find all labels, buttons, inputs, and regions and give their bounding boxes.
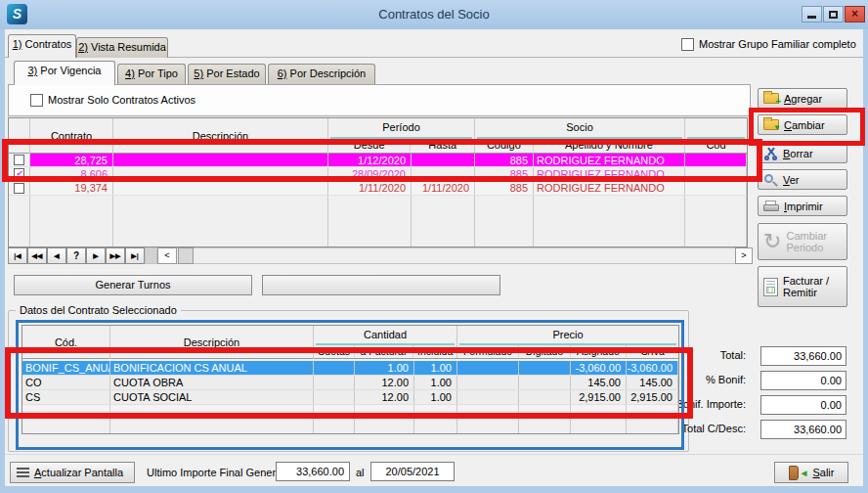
imprimir-button[interactable]: Imprimir (758, 196, 847, 216)
scroll-right-button[interactable]: > (735, 247, 753, 264)
cell-asignado: 2,915.00 (571, 390, 627, 404)
actualizar-pantalla-label: Actualizar Pantalla (34, 467, 123, 478)
row-checkbox[interactable]: ✔ (9, 154, 30, 166)
minimize-icon (807, 16, 816, 19)
row-checkbox[interactable] (9, 181, 30, 195)
cell-incluida: 1.00 (414, 376, 457, 389)
tab-por-descripcion-label: 6) Por Descripción (269, 67, 374, 79)
checkbox-icon (30, 94, 43, 107)
nav-prev-button[interactable]: ◀ (47, 247, 66, 264)
header-descripcion: Descripción (110, 326, 314, 359)
header-contrato: Contrato (30, 118, 113, 154)
cell-descripcion (113, 154, 328, 166)
actualizar-pantalla-button[interactable]: Actualizar Pantalla (10, 462, 135, 483)
cell-digitado (519, 376, 571, 389)
nav-help-button[interactable]: ? (66, 247, 86, 264)
tab-por-vigencia[interactable]: 3) Por Vigencia (14, 61, 115, 85)
nav-next-button[interactable]: ▶ (86, 247, 106, 264)
folder-plus-icon: + (763, 93, 779, 104)
maximize-button[interactable] (823, 6, 844, 22)
blank-button[interactable] (262, 275, 500, 295)
cell-desde: 1/11/2020 (328, 181, 412, 195)
cell-contrato: 28,725 (30, 154, 113, 166)
exit-door-icon (789, 466, 799, 480)
tab-por-descripcion[interactable]: 6) Por Descripción (268, 64, 375, 84)
cell-formulado (457, 390, 519, 404)
tab-por-estado[interactable]: 5) Por Estado (188, 64, 266, 84)
cambiar-periodo-button[interactable]: ↻ Cambiar Periodo (758, 223, 847, 260)
contract-row[interactable]: ✔ 28,725 1/12/2020 885 RODRIGUEZ FERNAND… (9, 154, 747, 167)
cell-contrato: 19,374 (30, 181, 113, 195)
cell-descripcion: BONIFICACION CS ANUAL (110, 361, 314, 375)
header-descripcion: Descripción (113, 118, 328, 154)
solo-activos-label: Mostrar Solo Contratos Activos (48, 94, 195, 106)
cell-c-iva: -3,060.00 (627, 361, 678, 375)
nav-last-button[interactable]: ▶| (125, 247, 145, 264)
cell-descripcion (113, 181, 328, 195)
agregar-button[interactable]: + Agregar (758, 88, 847, 109)
horizontal-scrollbar-thumb[interactable] (178, 247, 194, 264)
nav-rewind-button[interactable]: ◀◀ (27, 247, 47, 264)
cell-digitado (519, 390, 571, 404)
ultimo-importe-field[interactable]: 33,660.00 (276, 462, 350, 481)
detail-row[interactable]: CS CUOTA SOCIAL 12.00 1.00 2,915.00 2,91… (22, 390, 678, 405)
header-group-periodo: Período Desde Hasta (328, 118, 475, 153)
checkbox-checked-icon: ✔ (14, 168, 24, 179)
header-cuotas: Cuotas (314, 345, 355, 357)
solo-activos-checkbox[interactable]: Mostrar Solo Contratos Activos (30, 93, 195, 107)
header-group-cantidad: Cantidad Cuotas a Facturar Incluida (314, 326, 457, 358)
ver-label: Ver (783, 174, 800, 186)
detail-grid: Cód. Descripción Cantidad Cuotas a Factu… (22, 325, 679, 434)
cell-cod: BONIF_CS_ANUAL (22, 361, 110, 375)
nav-ffwd-button[interactable]: ▶▶ (106, 247, 125, 264)
close-button[interactable]: × (845, 6, 865, 22)
contract-row[interactable]: 19,374 1/11/2020 1/11/2020 885 RODRIGUEZ… (9, 181, 747, 196)
bonif-importe-field[interactable]: 0.00 (760, 395, 846, 415)
salir-button[interactable]: ◄ Salir (774, 462, 848, 483)
scroll-left-button[interactable]: < (157, 247, 177, 264)
window-title: Contratos del Socio (0, 0, 868, 29)
tab-por-tipo-label: 4) Por Tipo (118, 67, 185, 79)
header-digitado: Digitado (519, 345, 571, 357)
detail-row[interactable]: BONIF_CS_ANUAL BONIFICACION CS ANUAL 1.0… (22, 361, 678, 376)
cell-desde: 28/09/2020 (328, 167, 412, 180)
ver-button[interactable]: Ver (758, 169, 847, 190)
cell-codigo: 885 (475, 181, 534, 195)
total-cdesc-field[interactable]: 33,660.00 (760, 420, 846, 439)
horizontal-scrollbar-page[interactable] (145, 247, 157, 264)
cell-a-facturar: 12.00 (355, 376, 414, 389)
row-checkbox[interactable]: ✔ (9, 167, 30, 180)
header-group-precio: Precio Formulado Digitado Asignado C/Iva (457, 326, 678, 358)
borrar-button[interactable]: Borrar (758, 143, 847, 163)
nav-last-icon: ▶| (131, 252, 138, 259)
header-a-facturar: a Facturar (355, 345, 414, 357)
cambiar-button[interactable]: ▼ Cambiar (758, 114, 847, 135)
generar-turnos-button[interactable]: Generar Turnos (14, 275, 252, 295)
fecha-field[interactable]: 20/05/2021 (370, 462, 455, 481)
list-lines-icon (17, 466, 29, 479)
header-group-cut-label (687, 118, 745, 139)
nav-first-button[interactable]: |◀ (8, 247, 27, 264)
cell-cuotas (314, 376, 355, 389)
contract-row[interactable]: ✔ 8,606 28/09/2020 885 RODRIGUEZ FERNAND… (9, 167, 747, 181)
bonif-pct-field[interactable]: 0.00 (760, 371, 846, 390)
header-group-socio: Socio Código Apellido y Nombre (475, 118, 685, 153)
minimize-button[interactable] (802, 6, 822, 22)
printer-icon (763, 201, 779, 212)
tab-por-tipo[interactable]: 4) Por Tipo (117, 64, 186, 84)
contracts-grid-header: Contrato Descripción Período Desde Hasta… (9, 118, 747, 154)
nav-first-icon: |◀ (14, 252, 21, 259)
cell-asignado: -3,060.00 (571, 361, 627, 375)
facturar-remitir-button[interactable]: Facturar / Remitir (758, 266, 847, 307)
detail-row[interactable]: CO CUOTA OBRA 12.00 1.00 145.00 145.00 (22, 376, 678, 390)
horizontal-scrollbar-track[interactable] (145, 247, 753, 264)
tab-vista-resumida[interactable]: 2) Vista Resumida (76, 37, 168, 58)
borrar-label: Borrar (783, 148, 813, 159)
family-checkbox[interactable]: Mostrar Grupo Familiar completo (681, 37, 856, 51)
agregar-label: Agregar (784, 93, 822, 105)
detail-grid-header: Cód. Descripción Cantidad Cuotas a Factu… (22, 326, 678, 359)
header-incluida: Incluida (413, 345, 456, 357)
tab-contratos[interactable]: 1) Contratos (8, 34, 76, 58)
total-field[interactable]: 33,660.00 (760, 346, 846, 366)
invoice-icon (763, 278, 778, 296)
